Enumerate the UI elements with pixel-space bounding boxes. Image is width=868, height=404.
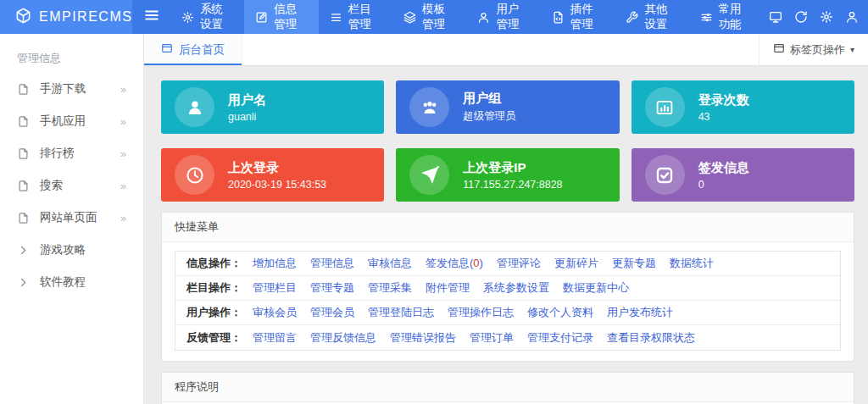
quick-link-查看目录权限状态[interactable]: 查看目录权限状态 [607, 330, 695, 346]
quick-link-管理反馈信息[interactable]: 管理反馈信息 [310, 330, 376, 346]
monitor-icon-button[interactable] [763, 0, 788, 34]
sidebar-toggle-button[interactable] [132, 0, 170, 34]
quick-link-审核信息[interactable]: 审核信息 [368, 256, 412, 271]
quick-link-管理信息[interactable]: 管理信息 [310, 256, 354, 271]
quick-link-管理操作日志[interactable]: 管理操作日志 [448, 305, 514, 320]
quick-link-更新碎片[interactable]: 更新碎片 [554, 256, 598, 271]
top-menu-item-系统设置[interactable]: 系统设置 [170, 0, 244, 34]
sidebar-item-排行榜[interactable]: 排行榜» [0, 137, 143, 169]
quick-link-签发信息(0)[interactable]: 签发信息(0) [426, 256, 483, 271]
list-icon [330, 11, 342, 24]
quick-link-管理栏目[interactable]: 管理栏目 [253, 280, 297, 296]
stat-card-text: 上次登录IP117.155.27.247:8828 [463, 160, 562, 191]
quick-link-管理订单[interactable]: 管理订单 [470, 330, 514, 346]
top-menu-item-常用功能[interactable]: 常用功能 [689, 0, 763, 34]
layers-icon [403, 11, 416, 24]
file-icon [17, 147, 30, 160]
quick-link-增加信息[interactable]: 增加信息 [253, 256, 297, 271]
top-menu-label: 其他设置 [644, 2, 677, 32]
quick-link-更新专题[interactable]: 更新专题 [612, 256, 656, 271]
top-menu-label: 信息管理 [274, 2, 307, 32]
sidebar-item-网站单页面[interactable]: 网站单页面» [0, 202, 143, 234]
chevron-right-icon [17, 244, 30, 257]
stat-card-title: 用户组 [463, 91, 516, 107]
quick-menu-row: 用户操作：审核会员管理会员管理登陆日志管理操作日志修改个人资料用户发布统计 [175, 301, 840, 325]
hamburger-icon [144, 8, 159, 26]
sidebar-list: 手游下载»手机应用»排行榜»搜索»网站单页面»游戏攻略软件教程 [0, 73, 143, 298]
double-chevron-icon: » [120, 115, 126, 128]
stat-card-用户组[interactable]: 用户组超级管理员 [396, 80, 619, 134]
quick-link-用户发布统计[interactable]: 用户发布统计 [607, 305, 673, 320]
top-menu-label: 插件管理 [570, 2, 604, 32]
monitor-icon [769, 10, 782, 24]
quick-link-管理支付记录[interactable]: 管理支付记录 [527, 330, 593, 346]
quick-menu-row: 信息操作：增加信息管理信息审核信息签发信息(0)管理评论更新碎片更新专题数据统计 [175, 252, 840, 276]
stat-card-title: 登录次数 [698, 92, 749, 108]
send-icon [409, 155, 449, 195]
main: 后台首页 标签页操作 ▾ 用户名guanli用户组超级管理员登录次数43上次登录… [144, 34, 868, 404]
quick-link-管理登陆日志[interactable]: 管理登陆日志 [368, 305, 434, 320]
quick-link-管理错误报告[interactable]: 管理错误报告 [390, 330, 456, 346]
sidebar-item-游戏攻略[interactable]: 游戏攻略 [0, 234, 143, 266]
wrench-icon [626, 11, 638, 24]
stat-card-text: 用户名guanli [228, 92, 266, 123]
quick-link-修改个人资料[interactable]: 修改个人资料 [527, 305, 593, 320]
quick-link-管理留言[interactable]: 管理留言 [253, 330, 297, 346]
stat-card-text: 登录次数43 [698, 92, 749, 123]
top-menu-item-模板管理[interactable]: 模板管理 [392, 0, 466, 34]
user-fill-icon [175, 87, 214, 127]
sidebar-item-手游下载[interactable]: 手游下载» [0, 73, 143, 105]
sidebar: 管理信息 手游下载»手机应用»排行榜»搜索»网站单页面»游戏攻略软件教程 [0, 34, 144, 404]
double-chevron-icon: » [120, 83, 126, 96]
gear-icon-button[interactable] [814, 0, 839, 34]
stat-card-value: 117.155.27.247:8828 [463, 179, 562, 191]
sidebar-item-label: 排行榜 [40, 146, 75, 161]
stat-card-上次登录[interactable]: 上次登录2020-03-19 15:43:53 [161, 148, 384, 202]
top-menu-item-信息管理[interactable]: 信息管理 [244, 0, 318, 34]
tab-actions-button[interactable]: 标签页操作 ▾ [759, 34, 868, 65]
tab-home[interactable]: 后台首页 [144, 34, 242, 65]
caret-down-icon: ▾ [850, 45, 854, 54]
stat-card-上次登录IP[interactable]: 上次登录IP117.155.27.247:8828 [396, 148, 619, 202]
gear-icon [181, 11, 194, 24]
user-icon-button[interactable] [839, 0, 865, 34]
check-square-icon [645, 155, 685, 195]
tab-actions-label: 标签页操作 [790, 42, 845, 58]
quick-link-附件管理[interactable]: 附件管理 [426, 280, 470, 296]
quick-link-管理会员[interactable]: 管理会员 [310, 305, 354, 320]
stat-card-签发信息[interactable]: 签发信息0 [632, 148, 854, 202]
double-chevron-icon: » [120, 212, 126, 224]
quick-link-数据更新中心[interactable]: 数据更新中心 [563, 280, 629, 296]
stat-card-登录次数[interactable]: 登录次数43 [632, 80, 854, 134]
quick-link-审核会员[interactable]: 审核会员 [253, 305, 297, 320]
quick-link-系统参数设置[interactable]: 系统参数设置 [483, 280, 549, 296]
quick-link-管理采集[interactable]: 管理采集 [368, 280, 412, 296]
sidebar-item-手机应用[interactable]: 手机应用» [0, 105, 143, 137]
sidebar-item-label: 软件教程 [40, 274, 86, 290]
sidebar-item-label: 游戏攻略 [40, 242, 86, 257]
stat-card-用户名[interactable]: 用户名guanli [161, 80, 384, 134]
quick-link-管理评论[interactable]: 管理评论 [497, 256, 541, 271]
logo[interactable]: EMPIRECMS [0, 0, 132, 34]
top-menu-item-用户管理[interactable]: 用户管理 [466, 0, 540, 34]
quick-menu-row-label: 反馈管理： [186, 330, 253, 346]
plugin-icon [552, 11, 565, 24]
sidebar-item-搜索[interactable]: 搜索» [0, 169, 143, 202]
top-menu-item-插件管理[interactable]: 插件管理 [541, 0, 615, 34]
users-fill-icon [409, 87, 449, 127]
top-menu-label: 栏目管理 [348, 2, 381, 32]
quick-link-数据统计[interactable]: 数据统计 [670, 256, 714, 271]
double-chevron-icon: » [120, 180, 126, 192]
top-menu-label: 系统设置 [200, 2, 233, 32]
refresh-icon-button[interactable] [788, 0, 814, 34]
double-chevron-icon: » [120, 147, 126, 160]
top-menu-item-其他设置[interactable]: 其他设置 [615, 0, 688, 34]
program-panel: 程序说明 [161, 372, 854, 404]
quick-menu-box: 信息操作：增加信息管理信息审核信息签发信息(0)管理评论更新碎片更新专题数据统计… [175, 251, 841, 351]
quick-menu-row-label: 信息操作： [186, 256, 253, 271]
quick-link-管理专题[interactable]: 管理专题 [310, 280, 354, 296]
program-panel-title: 程序说明 [162, 373, 854, 402]
stat-card-value: 0 [698, 179, 749, 191]
top-menu-item-栏目管理[interactable]: 栏目管理 [319, 0, 392, 34]
sidebar-item-软件教程[interactable]: 软件教程 [0, 266, 143, 298]
